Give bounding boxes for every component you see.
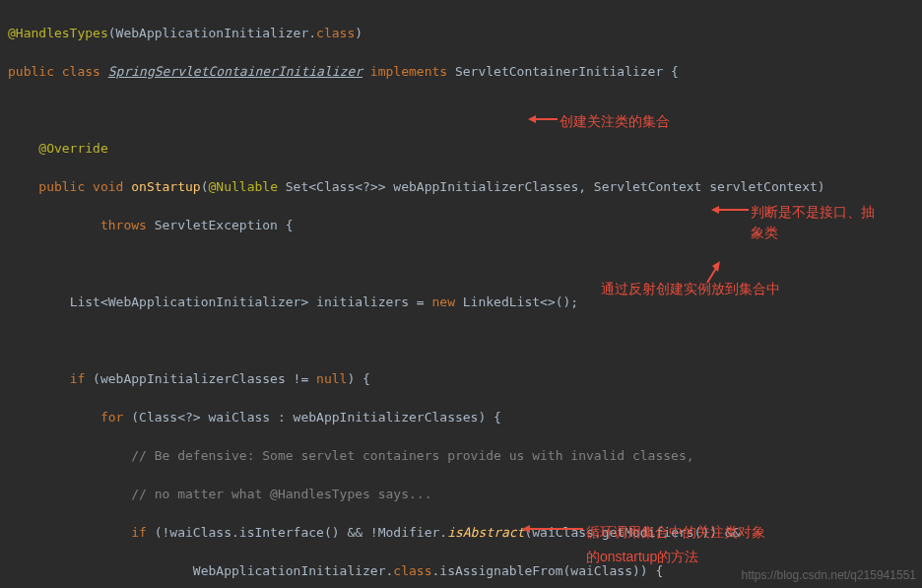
code-line: @HandlesTypes(WebApplicationInitializer.… — [8, 24, 914, 43]
code-line: // Be defensive: Some servlet containers… — [8, 446, 914, 466]
code-line: List<WebApplicationInitializer> initiali… — [8, 293, 914, 312]
code-line: public class SpringServletContainerIniti… — [8, 62, 914, 82]
code-line: public void onStartup(@Nullable Set<Clas… — [8, 177, 914, 197]
code-line — [8, 100, 914, 120]
watermark: https://blog.csdn.net/q215941551 — [742, 566, 916, 584]
code-line — [8, 331, 914, 351]
code-line: @Override — [8, 139, 914, 159]
code-line — [8, 254, 914, 274]
code-line: if (!waiClass.isInterface() && !Modifier… — [8, 523, 914, 543]
code-line: for (Class<?> waiClass : webAppInitializ… — [8, 408, 914, 427]
code-line: if (webAppInitializerClasses != null) { — [8, 369, 914, 389]
code-line: // no matter what @HandlesTypes says... — [8, 485, 914, 504]
code-line: throws ServletException { — [8, 216, 914, 235]
code-editor[interactable]: @HandlesTypes(WebApplicationInitializer.… — [0, 0, 922, 588]
